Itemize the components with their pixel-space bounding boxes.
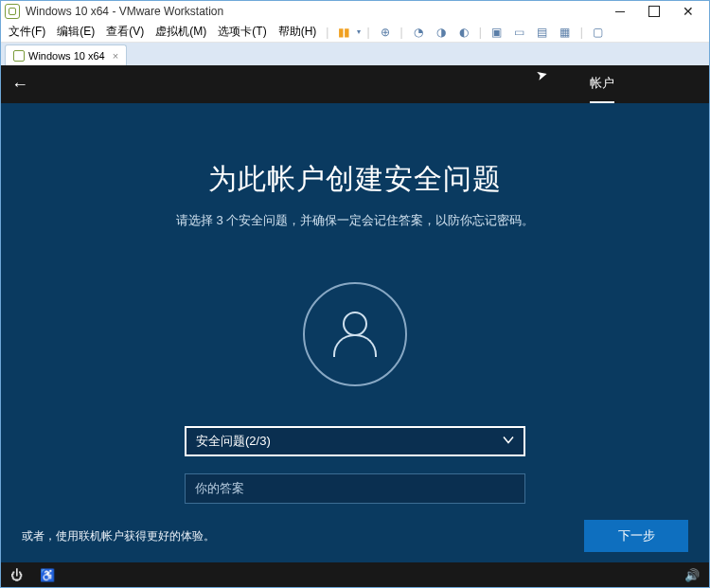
security-question-select-label: 安全问题(2/3) [196, 433, 271, 450]
setup-bottom-bar: 或者，使用联机帐户获得更好的体验。 下一步 [1, 509, 709, 562]
window-maximize-button[interactable] [637, 1, 671, 22]
toolbar-pause-icon[interactable]: ▮▮ [336, 25, 351, 40]
setup-subtitle: 请选择 3 个安全问题，并确保一定会记住答案，以防你忘记密码。 [176, 212, 534, 229]
toolbar-console-icon[interactable]: ▦ [558, 25, 573, 40]
toolbar-fullscreen-icon[interactable]: ▣ [489, 25, 505, 40]
vmware-app-icon [5, 4, 20, 19]
vmware-app-title: Windows 10 x64 - VMware Workstation [26, 5, 223, 18]
toolbar-library-icon[interactable]: ▢ [591, 25, 606, 40]
separator: | [578, 26, 585, 39]
person-icon [327, 306, 383, 363]
toolbar-snapshot-icon[interactable]: ◔ [411, 25, 426, 40]
security-question-select[interactable]: 安全问题(2/3) [185, 426, 525, 456]
next-button-label: 下一步 [618, 527, 655, 544]
toolbar-snapshot-manager-icon[interactable]: ◐ [456, 25, 471, 40]
vm-tab-label: Windows 10 x64 [28, 50, 105, 62]
vmware-menubar: 文件(F) 编辑(E) 查看(V) 虚拟机(M) 选项卡(T) 帮助(H) | … [1, 22, 709, 43]
vmware-titlebar: Windows 10 x64 - VMware Workstation ✕ [1, 1, 709, 22]
toolbar-seamless-icon[interactable]: ▤ [535, 25, 550, 40]
setup-title: 为此帐户创建安全问题 [208, 160, 502, 199]
mouse-cursor-icon: ➤ [535, 66, 550, 84]
menu-edit[interactable]: 编辑(E) [53, 24, 98, 40]
setup-topbar: ← ➤ 帐户 [1, 65, 709, 103]
setup-top-tab-label: 帐户 [590, 75, 614, 92]
user-avatar-icon [303, 282, 407, 386]
accessibility-icon[interactable]: ♿ [40, 568, 55, 582]
menu-file[interactable]: 文件(F) [5, 24, 49, 40]
answer-input[interactable]: 你的答案 [185, 473, 525, 504]
guest-display: ← ➤ 帐户 为此帐户创建安全问题 请选择 3 个安全问题，并确保一定会记住答案… [1, 65, 709, 587]
separator: | [324, 26, 330, 39]
next-button[interactable]: 下一步 [584, 520, 688, 552]
vm-tab-win10[interactable]: Windows 10 x64 × [5, 45, 127, 65]
window-close-button[interactable]: ✕ [671, 1, 705, 22]
vm-tab-icon [13, 50, 25, 62]
setup-status-bar: ⏻ ♿ 🔊 [1, 562, 709, 587]
toolbar-dropdown-icon[interactable]: ▾ [357, 27, 361, 36]
menu-vm[interactable]: 虚拟机(M) [151, 24, 210, 40]
menu-tabs[interactable]: 选项卡(T) [214, 24, 270, 40]
vm-tab-close-icon[interactable]: × [113, 50, 118, 62]
separator: | [399, 26, 405, 39]
menu-help[interactable]: 帮助(H) [275, 24, 321, 40]
separator: | [364, 26, 371, 39]
back-button[interactable]: ← [1, 65, 39, 103]
toolbar-unity-icon[interactable]: ▭ [512, 25, 527, 40]
menu-view[interactable]: 查看(V) [102, 24, 148, 40]
setup-body: 为此帐户创建安全问题 请选择 3 个安全问题，并确保一定会记住答案，以防你忘记密… [1, 103, 709, 562]
toolbar-send-keys-icon[interactable]: ⊕ [378, 25, 393, 40]
chevron-down-icon [501, 433, 516, 451]
vmware-window: Windows 10 x64 - VMware Workstation ✕ 文件… [0, 0, 710, 588]
separator: | [477, 26, 484, 39]
answer-input-placeholder: 你的答案 [195, 480, 244, 497]
setup-top-tab-account[interactable]: 帐户 [590, 65, 614, 103]
toolbar-snapshot-revert-icon[interactable]: ◑ [434, 25, 449, 40]
use-online-account-link[interactable]: 或者，使用联机帐户获得更好的体验。 [22, 528, 215, 544]
power-icon[interactable]: ⏻ [10, 568, 23, 582]
window-minimize-button[interactable] [603, 1, 637, 22]
back-arrow-icon: ← [11, 75, 28, 95]
volume-icon[interactable]: 🔊 [684, 568, 700, 582]
vmware-tabrow: Windows 10 x64 × [1, 43, 709, 65]
